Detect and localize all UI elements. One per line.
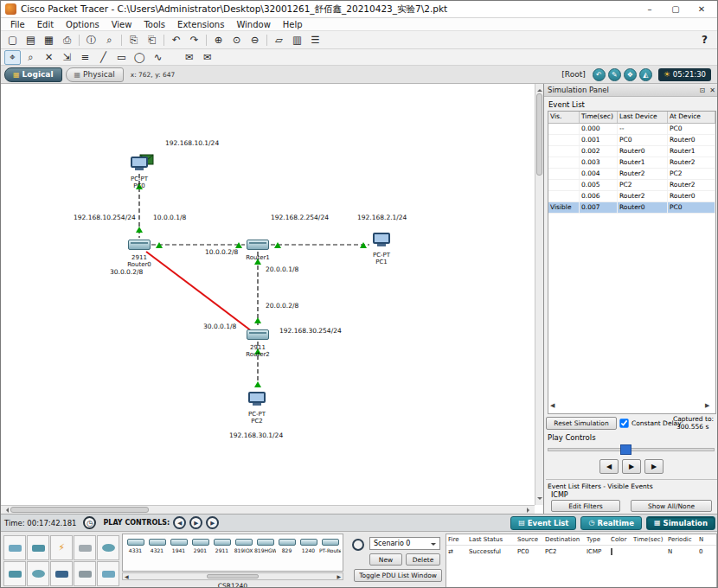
category-wan-emulation[interactable] <box>3 561 26 586</box>
zoom-out-icon[interactable]: ⊖ <box>247 33 263 48</box>
category-switches[interactable] <box>27 535 49 560</box>
reset-simulation-button[interactable]: Reset Simulation <box>546 417 617 430</box>
draw-freeform-icon[interactable]: ∿ <box>150 50 166 65</box>
event-list-table[interactable]: Vis. Time(sec) Last Device At Device 0.0… <box>548 111 716 414</box>
find-icon[interactable]: ⌕ <box>101 33 118 48</box>
event-row[interactable]: 0.006 Router2 Router0 <box>548 191 715 202</box>
category-connections[interactable] <box>74 561 96 586</box>
custom-devices-icon[interactable]: ▥ <box>289 33 305 48</box>
viewport-button[interactable]: ◭ <box>639 68 652 81</box>
toggle-pdu-list-button[interactable]: Toggle PDU List Window <box>354 569 442 582</box>
add-simple-pdu-icon[interactable]: ✉ <box>181 50 197 65</box>
category-components[interactable] <box>50 561 73 586</box>
save-icon[interactable]: ▦ <box>41 33 57 48</box>
new-scenario-button[interactable]: New <box>369 553 402 566</box>
scroll-left-icon[interactable]: ◀ <box>125 573 129 579</box>
device-list-scrollbar[interactable]: ◀ ▶ <box>122 572 343 580</box>
back-control-button[interactable]: ◀ <box>173 516 186 529</box>
event-scroll-right-icon[interactable]: ▶ <box>705 402 709 409</box>
palette-device-4331[interactable]: 4331 <box>125 535 146 571</box>
pdu-row[interactable]: ⇄ Successful PC0 PC2 ICMP N 0 <box>446 546 716 557</box>
network-description-icon[interactable]: ☰ <box>307 33 324 48</box>
scenario-select[interactable]: Scenario 0 <box>369 537 440 550</box>
undo-icon[interactable]: ↶ <box>168 33 184 48</box>
zoom-reset-icon[interactable]: ⊙ <box>228 33 245 48</box>
scrollbar-thumb[interactable] <box>10 507 149 513</box>
delete-tool-icon[interactable]: ✕ <box>41 50 57 65</box>
category-hubs[interactable] <box>74 535 96 560</box>
link-router0-router2-serial-down[interactable] <box>146 252 252 331</box>
ip-note[interactable]: 192.168.2.1/24 <box>357 214 407 221</box>
ip-note[interactable]: 30.0.0.1/8 <box>203 323 236 330</box>
step-back-button[interactable]: ◀ <box>599 459 619 474</box>
note-button[interactable]: ✎ <box>608 68 621 81</box>
event-scroll-left-icon[interactable]: ◀ <box>550 402 555 409</box>
ip-note[interactable]: 10.0.0.1/8 <box>153 214 186 221</box>
paste-icon[interactable]: ⎗ <box>144 33 160 48</box>
device-router0[interactable]: 2911Router0 <box>126 240 152 268</box>
inspect-tool-icon[interactable]: ⌕ <box>22 50 39 65</box>
category-wireless[interactable]: ⚡ <box>50 535 73 560</box>
menu-file[interactable]: File <box>4 20 31 29</box>
menu-window[interactable]: Window <box>230 20 276 29</box>
scroll-down-icon[interactable] <box>537 497 542 502</box>
scroll-right-icon[interactable] <box>527 508 532 513</box>
forward-control-button[interactable]: ▶ <box>206 516 219 529</box>
ip-note[interactable]: 10.0.0.2/8 <box>205 248 238 256</box>
activity-wizard-icon[interactable]: ⓘ <box>83 33 99 48</box>
device-pc1[interactable]: PC-PTPC1 <box>369 233 394 265</box>
logical-tab[interactable]: ▦ Logical <box>4 67 62 82</box>
palette-device-819iox[interactable]: 819IOX <box>233 535 254 571</box>
logical-canvas[interactable]: PC-PTPC0 2911Router0 Router1 PC-PTPC1 <box>1 84 543 514</box>
close-button[interactable]: ✕ <box>696 4 708 14</box>
ip-note[interactable]: 192.168.2.254/24 <box>271 214 329 221</box>
ip-note[interactable]: 192.168.10.1/24 <box>165 139 219 147</box>
palette-device-4321[interactable]: 4321 <box>146 535 168 571</box>
open-file-icon[interactable]: ▤ <box>22 33 39 48</box>
scro ll-left-icon[interactable] <box>3 508 9 513</box>
copy-icon[interactable]: ⎘ <box>125 33 142 48</box>
event-row[interactable]: 0.002 Router0 Router1 <box>548 146 715 157</box>
float-panel-icon[interactable]: ⊡ <box>700 86 706 94</box>
constant-delay-control[interactable]: Constant Delay <box>619 418 682 429</box>
category-end-devices[interactable] <box>27 561 49 586</box>
palette-device-819hgw[interactable]: 819HGW <box>254 535 276 571</box>
constant-delay-checkbox[interactable] <box>619 419 628 427</box>
select-tool-icon[interactable]: ⌖ <box>4 50 21 65</box>
minimize-button[interactable]: – <box>644 4 656 14</box>
event-row[interactable]: 0.001 PC0 Router0 <box>548 135 715 146</box>
category-multiuser[interactable] <box>97 561 119 586</box>
palette-device-829[interactable]: 829 <box>276 535 298 571</box>
palette-device-2911[interactable]: 2911 <box>211 535 233 571</box>
delete-scenario-button[interactable]: Delete <box>406 553 440 566</box>
ip-note[interactable]: 192.168.30.254/24 <box>279 327 342 335</box>
scroll-right-icon[interactable]: ▶ <box>337 573 341 579</box>
ip-note[interactable]: 20.0.0.1/8 <box>266 265 298 273</box>
place-note-icon[interactable]: ≡ <box>77 50 93 65</box>
menu-view[interactable]: View <box>106 20 138 29</box>
simulation-panel-header[interactable]: Simulation Panel ⊡ ✕ <box>544 84 718 97</box>
draw-ellipse-icon[interactable]: ◯ <box>131 50 148 65</box>
zoom-in-icon[interactable]: ⊕ <box>210 33 227 48</box>
capture-forward-button[interactable]: ▶ <box>644 459 664 474</box>
menu-extensions[interactable]: Extensions <box>171 20 230 29</box>
canvas-vertical-scrollbar[interactable] <box>535 84 543 505</box>
move-object-button[interactable]: ❖ <box>624 68 637 81</box>
device-router1[interactable]: Router1 <box>245 240 271 261</box>
event-row[interactable]: 0.005 PC2 Router2 <box>548 180 715 191</box>
ip-note[interactable]: 192.168.30.1/24 <box>229 431 283 439</box>
ip-note[interactable]: 30.0.0.2/8 <box>110 268 143 276</box>
pdu-info-icon[interactable] <box>352 539 364 551</box>
add-complex-pdu-icon[interactable]: ✉ <box>199 50 215 65</box>
palette-device-1941[interactable]: 1941 <box>168 535 189 571</box>
category-routers[interactable] <box>3 535 26 560</box>
edit-filters-button[interactable]: Edit Filters <box>551 500 620 512</box>
ip-note[interactable]: 20.0.0.2/8 <box>266 302 298 310</box>
scrollbar-thumb[interactable] <box>207 574 259 578</box>
reset-clock-button[interactable]: ◷ <box>83 516 96 529</box>
simulation-slider-handle[interactable] <box>620 444 631 455</box>
tab-simulation[interactable]: ▦ Simulation <box>646 516 715 530</box>
fire-pdu-icon[interactable]: ⇄ <box>446 548 469 555</box>
palette-device-pt-router[interactable]: PT-Router <box>319 535 341 571</box>
tab-realtime[interactable]: ◷ Realtime <box>580 516 642 530</box>
